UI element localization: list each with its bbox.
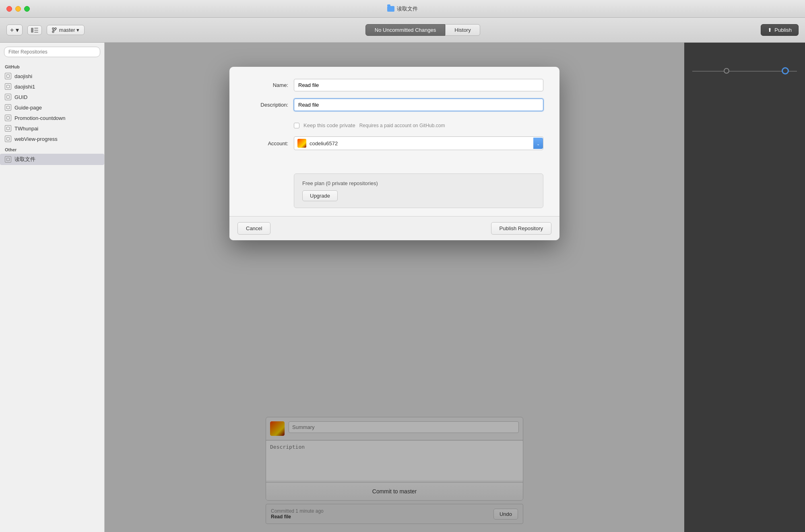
private-note: Requires a paid account on GitHub.com: [359, 123, 445, 128]
upgrade-button[interactable]: Upgrade: [302, 190, 338, 201]
traffic-lights: [6, 6, 30, 12]
folder-icon: [387, 6, 394, 12]
sidebar-item-daojishi[interactable]: daojishi: [0, 71, 104, 81]
svg-rect-3: [34, 32, 38, 33]
sidebar-item-twhunpai[interactable]: TWhunpai: [0, 123, 104, 134]
repo-icon: [5, 156, 11, 163]
window-title: 读取文件: [397, 5, 418, 12]
svg-point-4: [52, 28, 54, 29]
repo-icon: [5, 94, 11, 100]
sidebar-toggle-button[interactable]: [27, 25, 42, 35]
timeline-dot-active: [782, 67, 789, 74]
sidebar-item-guid[interactable]: GUID: [0, 92, 104, 102]
account-name: codeliu6572: [310, 140, 530, 146]
repo-icon: [5, 104, 11, 111]
svg-rect-1: [34, 28, 38, 29]
sidebar-item-promotion[interactable]: Promotion-countdown: [0, 113, 104, 123]
name-label: Name:: [246, 82, 294, 88]
sidebar: GitHub daojishi daojishi1 GUID Guide-pag…: [0, 43, 105, 532]
timeline-area: [692, 51, 797, 75]
modal-overlay: Name: Description: Keep this code privat…: [105, 43, 684, 532]
branch-button[interactable]: master ▾: [47, 25, 85, 35]
description-label: Description:: [246, 102, 294, 108]
svg-point-6: [52, 31, 54, 33]
no-uncommitted-changes-button[interactable]: No Uncommitted Changes: [365, 24, 445, 36]
repo-icon: [5, 125, 11, 132]
description-input[interactable]: [294, 99, 543, 111]
repo-icon: [5, 115, 11, 121]
sidebar-item-read-file[interactable]: 读取文件: [0, 154, 104, 165]
modal-footer: Cancel Publish Repository: [229, 216, 559, 240]
private-row: Keep this code private Requires a paid a…: [246, 118, 543, 132]
account-label: Account:: [246, 140, 294, 146]
repo-icon: [5, 136, 11, 142]
sidebar-item-label: webView-progress: [14, 136, 58, 142]
name-input[interactable]: [294, 79, 543, 91]
timeline-line: [692, 71, 797, 72]
repo-icon: [5, 83, 11, 90]
minimize-button[interactable]: [15, 6, 21, 12]
sidebar-item-label: Guide-page: [14, 105, 42, 111]
sidebar-item-label: daojishi: [14, 73, 32, 79]
github-section-header: GitHub: [0, 61, 104, 71]
sidebar-item-webview[interactable]: webView-progress: [0, 134, 104, 144]
account-avatar: [297, 139, 306, 148]
content-area: Commit to master Committed 1 minute ago …: [105, 43, 684, 532]
toolbar: + ▾ master ▾ No Uncommitted Changes Hist…: [0, 18, 805, 43]
description-form-row: Description:: [246, 99, 543, 111]
title-bar: 读取文件: [0, 0, 805, 18]
segment-control: No Uncommitted Changes History: [89, 24, 756, 36]
sidebar-item-label: daojishi1: [14, 84, 35, 90]
history-button[interactable]: History: [445, 24, 480, 36]
account-select-wrap: codeliu6572 ⌄: [294, 136, 543, 150]
sidebar-item-label: TWhunpai: [14, 126, 38, 132]
sidebar-item-label: GUID: [14, 94, 28, 100]
window-title-area: 读取文件: [387, 5, 418, 12]
cancel-button[interactable]: Cancel: [237, 222, 270, 235]
main-layout: GitHub daojishi daojishi1 GUID Guide-pag…: [0, 43, 805, 532]
account-form-row: Account: codeliu6572 ⌄: [246, 136, 543, 150]
modal-body: Name: Description: Keep this code privat…: [229, 67, 559, 169]
dropdown-arrow-button[interactable]: ⌄: [533, 138, 543, 149]
sidebar-item-label: Promotion-countdown: [14, 115, 65, 121]
other-section-header: Other: [0, 144, 104, 154]
publish-repository-button[interactable]: Publish Repository: [491, 222, 551, 235]
publish-icon: ⬆: [768, 27, 772, 33]
filter-repositories-input[interactable]: [4, 47, 100, 57]
svg-rect-2: [34, 30, 38, 31]
name-form-row: Name:: [246, 79, 543, 91]
close-button[interactable]: [6, 6, 12, 12]
account-select[interactable]: codeliu6572 ⌄: [294, 136, 543, 150]
sidebar-item-label: 读取文件: [14, 156, 35, 163]
sidebar-item-daojishi1[interactable]: daojishi1: [0, 81, 104, 92]
maximize-button[interactable]: [24, 6, 30, 12]
publish-label: Publish: [774, 27, 792, 33]
plan-box: Free plan (0 private repositories) Upgra…: [294, 173, 543, 208]
publish-repository-modal: Name: Description: Keep this code privat…: [229, 67, 559, 240]
timeline-dot-1: [724, 68, 729, 74]
branch-label: master ▾: [59, 27, 79, 33]
plan-text: Free plan (0 private repositories): [302, 180, 535, 186]
right-panel: [684, 43, 805, 532]
svg-point-5: [55, 28, 56, 29]
chevron-down-icon: ⌄: [537, 142, 540, 146]
private-checkbox[interactable]: [294, 123, 299, 128]
repo-icon: [5, 73, 11, 79]
svg-rect-0: [31, 28, 33, 33]
publish-button[interactable]: ⬆ Publish: [761, 24, 799, 36]
sidebar-item-guide-page[interactable]: Guide-page: [0, 102, 104, 113]
private-label: Keep this code private: [303, 122, 355, 128]
add-button[interactable]: + ▾: [6, 25, 23, 35]
